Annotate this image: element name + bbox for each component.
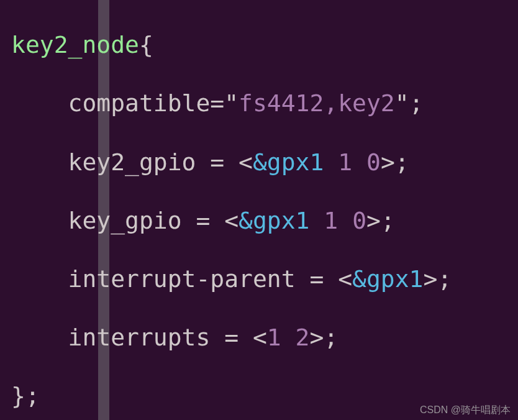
angle-open: < bbox=[253, 324, 267, 351]
string-value: fs4412,key2 bbox=[239, 89, 395, 117]
phandle-ref: &gpx1 bbox=[239, 207, 309, 234]
code-line: key2_gpio = <&gpx1 1 0>; bbox=[11, 148, 507, 177]
code-line: interrupts = <1 2>; bbox=[11, 323, 507, 352]
code-line: key2_node{ bbox=[11, 30, 507, 60]
node-name: key2_node bbox=[11, 31, 139, 58]
property-key-gpio: key_gpio bbox=[68, 207, 182, 234]
brace-open: { bbox=[139, 31, 153, 58]
angle-close: > bbox=[310, 324, 324, 351]
equals: = bbox=[210, 324, 253, 351]
code-line: key_gpio = <&gpx1 1 0>; bbox=[11, 206, 507, 235]
property-compatible: compatible bbox=[68, 89, 211, 117]
equals: = bbox=[210, 89, 224, 117]
phandle-ref: &gpx1 bbox=[253, 148, 324, 176]
angle-open: < bbox=[338, 265, 352, 293]
semicolon: ; bbox=[437, 265, 452, 293]
property-key2-gpio: key2_gpio bbox=[68, 148, 196, 176]
semicolon: ; bbox=[409, 89, 424, 117]
number: 1 bbox=[324, 207, 338, 234]
brace-close: }; bbox=[11, 382, 40, 409]
number: 0 bbox=[366, 148, 381, 176]
property-interrupts: interrupts bbox=[68, 324, 211, 351]
number: 1 bbox=[338, 148, 352, 176]
quote: " bbox=[224, 89, 239, 117]
equals: = bbox=[196, 148, 239, 176]
number: 2 bbox=[296, 324, 310, 351]
code-line: interrupt-parent = <&gpx1>; bbox=[11, 265, 507, 294]
number: 1 bbox=[267, 324, 281, 351]
code-block: key2_node{ compatible="fs4412,key2"; key… bbox=[0, 0, 518, 420]
angle-close: > bbox=[423, 265, 437, 293]
equals: = bbox=[296, 265, 339, 293]
angle-close: > bbox=[366, 207, 381, 234]
phandle-ref: &gpx1 bbox=[352, 265, 423, 293]
semicolon: ; bbox=[324, 324, 338, 351]
equals: = bbox=[182, 207, 225, 234]
angle-open: < bbox=[224, 207, 239, 234]
semicolon: ; bbox=[395, 148, 409, 176]
quote: " bbox=[395, 89, 409, 117]
angle-open: < bbox=[239, 148, 253, 176]
semicolon: ; bbox=[381, 207, 395, 234]
code-line: compatible="fs4412,key2"; bbox=[11, 89, 507, 118]
angle-close: > bbox=[381, 148, 395, 176]
number: 0 bbox=[352, 207, 366, 234]
property-interrupt-parent: interrupt-parent bbox=[68, 265, 296, 293]
code-line: }; bbox=[11, 381, 507, 411]
